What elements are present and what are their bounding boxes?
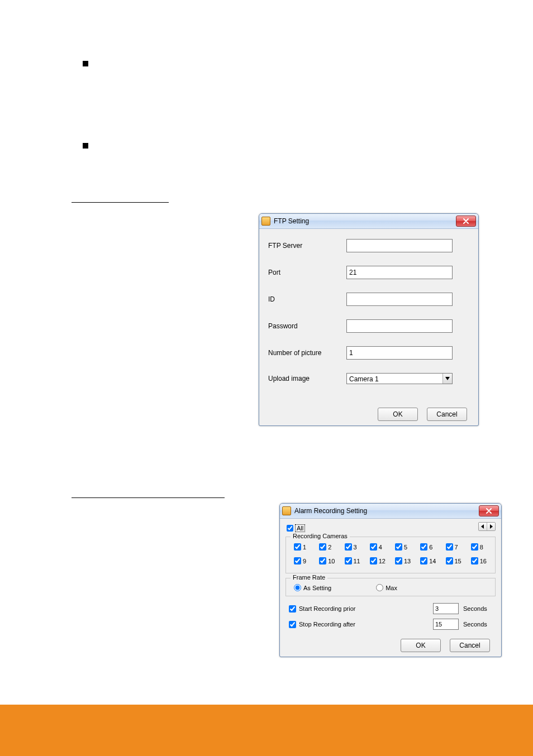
- camera-label: 12: [379, 558, 386, 564]
- camera-label: 15: [455, 558, 461, 564]
- camera-label: 10: [328, 558, 335, 564]
- camera-label: 5: [404, 544, 407, 551]
- tab-scroller[interactable]: [478, 522, 496, 531]
- camera-check-12[interactable]: 12: [368, 556, 388, 566]
- seconds-label: Seconds: [463, 605, 493, 612]
- camera-row-2: 9 10 11 12 13 14 15 16: [292, 556, 489, 566]
- dialog-title: FTP Setting: [274, 217, 309, 225]
- ok-button[interactable]: OK: [378, 408, 418, 421]
- chevron-left-icon: [481, 524, 484, 529]
- camera-label: 9: [303, 558, 306, 564]
- dialog-title: Alarm Recording Setting: [294, 507, 367, 515]
- camera-label: 7: [455, 544, 458, 551]
- camera-label: 14: [429, 558, 436, 564]
- camera-check-6[interactable]: 6: [418, 542, 439, 552]
- ftp-upload-selected: Camera 1: [346, 373, 453, 384]
- seconds-label: Seconds: [463, 621, 493, 628]
- all-checkbox[interactable]: [287, 525, 293, 532]
- recording-cameras-group: Recording Cameras 1 2 3 4 5 6 7 8 9 10 1…: [285, 537, 496, 573]
- camera-check-15[interactable]: 15: [444, 556, 464, 566]
- camera-check-13[interactable]: 13: [393, 556, 413, 566]
- camera-label: 6: [429, 544, 432, 551]
- heading-underline: [72, 497, 225, 498]
- recording-cameras-legend: Recording Cameras: [291, 533, 350, 539]
- ftp-password-label: Password: [268, 322, 346, 330]
- ok-button[interactable]: OK: [401, 639, 441, 652]
- camera-check-5[interactable]: 5: [393, 542, 413, 552]
- heading-underline: [72, 202, 169, 203]
- close-button[interactable]: [456, 216, 476, 227]
- camera-row-1: 1 2 3 4 5 6 7 8: [292, 542, 489, 552]
- frame-rate-group: Frame Rate As Setting Max: [285, 578, 496, 596]
- camera-label: 16: [480, 558, 487, 564]
- camera-check-16[interactable]: 16: [469, 556, 489, 566]
- framerate-max-label: Max: [386, 585, 397, 591]
- framerate-assetting-radio[interactable]: As Setting: [294, 584, 331, 591]
- ftp-upload-label: Upload image: [268, 375, 346, 382]
- camera-check-7[interactable]: 7: [444, 542, 464, 552]
- app-icon: [261, 217, 270, 226]
- page-footer: [0, 705, 533, 756]
- close-icon: [463, 218, 469, 224]
- camera-check-9[interactable]: 9: [292, 556, 312, 566]
- camera-label: 3: [354, 544, 357, 551]
- all-label: All: [295, 524, 305, 532]
- camera-check-2[interactable]: 2: [317, 542, 337, 552]
- ftp-port-label: Port: [268, 269, 346, 276]
- ftp-server-label: FTP Server: [268, 242, 346, 250]
- close-icon: [486, 508, 492, 514]
- ftp-numpic-input[interactable]: [346, 346, 453, 360]
- tab-scroll-left[interactable]: [479, 523, 487, 530]
- ftp-id-input[interactable]: [346, 293, 453, 306]
- ftp-numpic-label: Number of picture: [268, 349, 346, 357]
- app-icon: [282, 506, 291, 515]
- ftp-password-input[interactable]: [346, 319, 453, 333]
- ftp-setting-dialog: FTP Setting FTP Server Port ID Password …: [259, 213, 479, 426]
- camera-label: 11: [354, 558, 360, 564]
- chevron-right-icon: [489, 524, 493, 529]
- camera-label: 4: [379, 544, 382, 551]
- start-recording-label: Start Recording prior: [299, 605, 356, 612]
- bullet-icon: [83, 61, 88, 66]
- camera-check-11[interactable]: 11: [342, 556, 363, 566]
- camera-label: 2: [328, 544, 331, 551]
- titlebar[interactable]: Alarm Recording Setting: [280, 504, 501, 519]
- framerate-assetting-label: As Setting: [303, 585, 331, 591]
- stop-recording-checkbox[interactable]: [289, 621, 296, 628]
- camera-label: 8: [480, 544, 483, 551]
- cancel-button[interactable]: Cancel: [450, 639, 490, 652]
- camera-check-8[interactable]: 8: [469, 542, 489, 552]
- camera-check-1[interactable]: 1: [292, 542, 312, 552]
- camera-label: 1: [303, 544, 306, 551]
- close-button[interactable]: [479, 505, 499, 516]
- ftp-port-input[interactable]: [346, 266, 453, 279]
- frame-rate-legend: Frame Rate: [291, 574, 327, 581]
- framerate-max-radio[interactable]: Max: [376, 584, 397, 591]
- dropdown-arrow-icon: [442, 374, 452, 384]
- camera-check-3[interactable]: 3: [342, 542, 363, 552]
- ftp-server-input[interactable]: [346, 239, 453, 252]
- stop-recording-seconds-input[interactable]: [433, 619, 459, 630]
- cancel-button[interactable]: Cancel: [427, 408, 467, 421]
- stop-recording-label: Stop Recording after: [299, 621, 355, 628]
- start-recording-seconds-input[interactable]: [433, 603, 459, 614]
- camera-label: 13: [404, 558, 411, 564]
- tab-scroll-right[interactable]: [487, 523, 495, 530]
- ftp-id-label: ID: [268, 295, 346, 303]
- camera-check-14[interactable]: 14: [418, 556, 439, 566]
- bullet-icon: [83, 143, 88, 149]
- start-recording-checkbox[interactable]: [289, 605, 296, 613]
- ftp-upload-select[interactable]: Camera 1: [346, 373, 453, 384]
- titlebar[interactable]: FTP Setting: [259, 214, 478, 229]
- camera-check-4[interactable]: 4: [368, 542, 388, 552]
- alarm-recording-dialog: Alarm Recording Setting All Recording Ca…: [279, 503, 502, 657]
- camera-check-10[interactable]: 10: [317, 556, 337, 566]
